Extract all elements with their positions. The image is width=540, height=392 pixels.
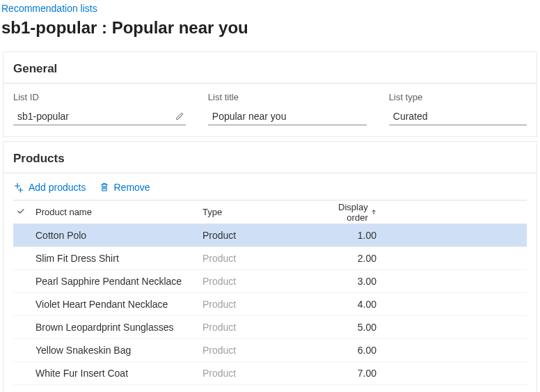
list-type-value: Curated	[393, 109, 525, 123]
cell-product-name: Yellow Snakeskin Bag	[33, 345, 200, 356]
table-row[interactable]: Brown Leopardprint SunglassesProduct5.00	[13, 316, 527, 339]
cell-product-name: Slim Fit Dress Shirt	[33, 253, 200, 264]
cell-type: Product	[200, 299, 325, 310]
cell-display-order: 4.00	[325, 299, 381, 310]
cell-display-order: 3.00	[325, 276, 381, 287]
list-type-input[interactable]: Curated	[389, 108, 527, 125]
cell-product-name: Pearl Sapphire Pendant Necklace	[33, 276, 200, 287]
products-panel: Products Add products Remove	[3, 141, 537, 392]
cell-display-order: 7.00	[325, 368, 381, 379]
pencil-icon[interactable]	[175, 111, 184, 121]
column-product-name[interactable]: Product name	[33, 207, 200, 217]
list-id-field: List ID sb1-popular	[13, 92, 186, 125]
cell-type: Product	[200, 276, 325, 287]
remove-button[interactable]: Remove	[99, 182, 150, 193]
column-display-order-label: Display order	[328, 202, 368, 223]
general-header: General	[3, 52, 537, 83]
products-header: Products	[3, 142, 537, 173]
table-row[interactable]: Violet Heart Pendant NecklaceProduct4.00	[13, 293, 527, 316]
add-icon	[13, 182, 24, 193]
cell-display-order: 6.00	[325, 345, 381, 356]
list-id-input[interactable]: sb1-popular	[13, 108, 186, 125]
add-products-button[interactable]: Add products	[13, 182, 86, 193]
arrow-up-icon	[371, 208, 376, 216]
cell-display-order: 5.00	[325, 322, 381, 333]
cell-display-order: 2.00	[325, 253, 381, 264]
list-type-field: List type Curated	[389, 92, 527, 125]
remove-label: Remove	[114, 182, 150, 193]
trash-icon	[99, 182, 110, 193]
cell-product-name: Violet Heart Pendant Necklace	[33, 299, 200, 310]
cell-product-name: White Fur Insert Coat	[33, 368, 200, 379]
table-row[interactable]: Slim Fit Dress ShirtProduct2.00	[13, 247, 527, 270]
column-type[interactable]: Type	[200, 207, 325, 217]
general-panel: General List ID sb1-popular List title P…	[3, 52, 537, 137]
page-title: sb1-popular : Popular near you	[0, 17, 540, 47]
cell-type: Product	[200, 368, 325, 379]
cell-type: Product	[200, 322, 325, 333]
cell-type: Product	[200, 253, 325, 264]
table-row[interactable]: Cotton PoloProduct1.00	[13, 224, 527, 247]
checkmark-icon	[16, 206, 26, 216]
products-grid: Product name Type Display order Cotton P…	[13, 200, 527, 385]
breadcrumb: Recommendation lists	[0, 0, 540, 17]
table-row[interactable]: Pearl Sapphire Pendant NecklaceProduct3.…	[13, 270, 527, 293]
table-row[interactable]: White Fur Insert CoatProduct7.00	[13, 362, 527, 385]
grid-header: Product name Type Display order	[13, 201, 527, 224]
grid-body: Cotton PoloProduct1.00Slim Fit Dress Shi…	[13, 224, 527, 385]
list-id-label: List ID	[13, 92, 186, 102]
breadcrumb-link[interactable]: Recommendation lists	[1, 3, 97, 14]
column-display-order[interactable]: Display order	[325, 202, 381, 223]
cell-type: Product	[200, 230, 325, 241]
list-title-value: Popular near you	[212, 109, 365, 123]
cell-product-name: Brown Leopardprint Sunglasses	[33, 322, 200, 333]
column-select-all[interactable]	[13, 206, 33, 218]
list-title-field: List title Popular near you	[208, 92, 367, 125]
list-id-value: sb1-popular	[17, 109, 175, 123]
list-title-label: List title	[208, 92, 367, 102]
table-row[interactable]: Yellow Snakeskin BagProduct6.00	[13, 339, 527, 362]
add-products-label: Add products	[29, 182, 86, 193]
cell-product-name: Cotton Polo	[33, 230, 200, 241]
cell-type: Product	[200, 345, 325, 356]
cell-display-order: 1.00	[325, 230, 381, 241]
list-title-input[interactable]: Popular near you	[208, 108, 367, 125]
list-type-label: List type	[389, 92, 527, 102]
products-toolbar: Add products Remove	[3, 173, 537, 200]
